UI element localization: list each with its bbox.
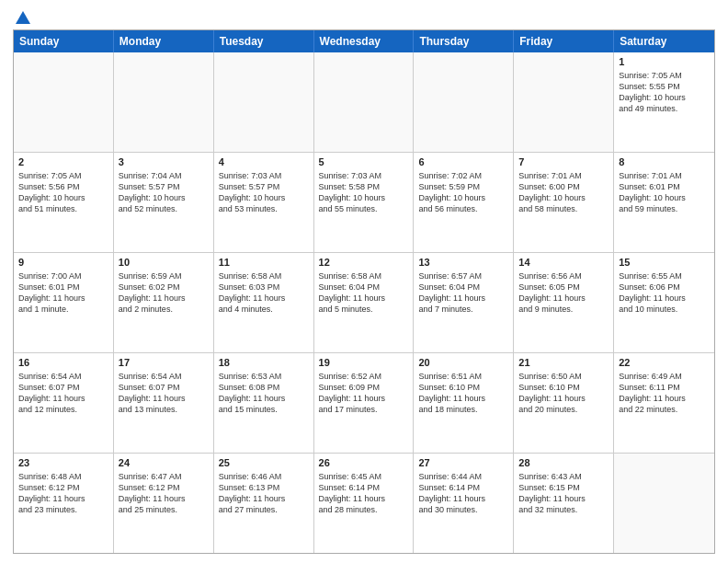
cell-info: Sunrise: 7:05 AM Sunset: 5:55 PM Dayligh… <box>619 70 710 115</box>
logo <box>13 9 31 24</box>
cell-info: Sunrise: 6:48 AM Sunset: 6:12 PM Dayligh… <box>18 471 108 516</box>
day-number: 9 <box>18 256 108 270</box>
day-number: 13 <box>418 256 508 270</box>
calendar-cell <box>514 52 614 152</box>
calendar-cell: 8Sunrise: 7:01 AM Sunset: 6:01 PM Daylig… <box>614 153 714 252</box>
cell-info: Sunrise: 7:00 AM Sunset: 6:01 PM Dayligh… <box>18 270 108 316</box>
cell-info: Sunrise: 6:57 AM Sunset: 6:04 PM Dayligh… <box>418 270 508 316</box>
cell-info: Sunrise: 6:58 AM Sunset: 6:04 PM Dayligh… <box>319 270 409 316</box>
cell-info: Sunrise: 7:01 AM Sunset: 6:00 PM Dayligh… <box>518 170 609 215</box>
cell-info: Sunrise: 7:04 AM Sunset: 5:57 PM Dayligh… <box>119 170 209 215</box>
calendar-cell: 22Sunrise: 6:49 AM Sunset: 6:11 PM Dayli… <box>614 353 714 453</box>
logo-triangle-icon <box>15 9 31 26</box>
day-number: 6 <box>418 155 508 169</box>
day-number: 14 <box>518 256 609 270</box>
day-number: 25 <box>219 456 309 470</box>
calendar-cell: 11Sunrise: 6:58 AM Sunset: 6:03 PM Dayli… <box>214 253 314 352</box>
cell-info: Sunrise: 7:02 AM Sunset: 5:59 PM Dayligh… <box>418 170 508 215</box>
cell-info: Sunrise: 6:54 AM Sunset: 6:07 PM Dayligh… <box>119 371 209 416</box>
calendar-cell: 3Sunrise: 7:04 AM Sunset: 5:57 PM Daylig… <box>114 153 214 252</box>
day-number: 26 <box>319 456 409 470</box>
calendar-cell: 14Sunrise: 6:56 AM Sunset: 6:05 PM Dayli… <box>514 253 614 352</box>
cell-info: Sunrise: 6:46 AM Sunset: 6:13 PM Dayligh… <box>219 471 309 516</box>
calendar-cell: 28Sunrise: 6:43 AM Sunset: 6:15 PM Dayli… <box>514 454 614 553</box>
svg-marker-0 <box>16 11 30 24</box>
calendar-cell <box>614 454 714 553</box>
cell-info: Sunrise: 6:53 AM Sunset: 6:08 PM Dayligh… <box>219 371 309 416</box>
calendar-row: 23Sunrise: 6:48 AM Sunset: 6:12 PM Dayli… <box>14 453 714 553</box>
cell-info: Sunrise: 6:47 AM Sunset: 6:12 PM Dayligh… <box>119 471 209 516</box>
day-number: 27 <box>418 456 508 470</box>
cell-info: Sunrise: 6:59 AM Sunset: 6:02 PM Dayligh… <box>119 270 209 316</box>
calendar-cell <box>214 52 314 152</box>
calendar-cell <box>114 52 214 152</box>
day-number: 16 <box>18 356 108 370</box>
day-number: 23 <box>18 456 108 470</box>
day-number: 3 <box>119 155 209 169</box>
header <box>13 9 715 24</box>
calendar-cell <box>314 52 415 152</box>
calendar-cell: 20Sunrise: 6:51 AM Sunset: 6:10 PM Dayli… <box>414 353 514 453</box>
cell-info: Sunrise: 6:44 AM Sunset: 6:14 PM Dayligh… <box>418 471 508 516</box>
calendar-row: 1Sunrise: 7:05 AM Sunset: 5:55 PM Daylig… <box>14 52 714 152</box>
cell-info: Sunrise: 7:05 AM Sunset: 5:56 PM Dayligh… <box>18 170 108 215</box>
weekday-header: Wednesday <box>314 30 415 52</box>
calendar-cell: 17Sunrise: 6:54 AM Sunset: 6:07 PM Dayli… <box>114 353 214 453</box>
calendar-cell: 2Sunrise: 7:05 AM Sunset: 5:56 PM Daylig… <box>14 153 114 252</box>
calendar-cell: 12Sunrise: 6:58 AM Sunset: 6:04 PM Dayli… <box>314 253 415 352</box>
calendar-cell: 15Sunrise: 6:55 AM Sunset: 6:06 PM Dayli… <box>614 253 714 352</box>
cell-info: Sunrise: 6:54 AM Sunset: 6:07 PM Dayligh… <box>18 371 108 416</box>
calendar-body: 1Sunrise: 7:05 AM Sunset: 5:55 PM Daylig… <box>14 52 714 553</box>
calendar-cell: 1Sunrise: 7:05 AM Sunset: 5:55 PM Daylig… <box>614 52 714 152</box>
day-number: 17 <box>119 356 209 370</box>
calendar-cell: 25Sunrise: 6:46 AM Sunset: 6:13 PM Dayli… <box>214 454 314 553</box>
page: SundayMondayTuesdayWednesdayThursdayFrid… <box>0 0 728 563</box>
day-number: 5 <box>319 155 409 169</box>
day-number: 11 <box>219 256 309 270</box>
calendar-cell: 23Sunrise: 6:48 AM Sunset: 6:12 PM Dayli… <box>14 454 114 553</box>
day-number: 10 <box>119 256 209 270</box>
day-number: 15 <box>619 256 710 270</box>
day-number: 22 <box>619 356 710 370</box>
calendar-cell: 9Sunrise: 7:00 AM Sunset: 6:01 PM Daylig… <box>14 253 114 352</box>
calendar-cell: 19Sunrise: 6:52 AM Sunset: 6:09 PM Dayli… <box>314 353 415 453</box>
weekday-header: Thursday <box>414 30 514 52</box>
day-number: 20 <box>418 356 508 370</box>
day-number: 19 <box>319 356 409 370</box>
calendar-cell: 6Sunrise: 7:02 AM Sunset: 5:59 PM Daylig… <box>414 153 514 252</box>
cell-info: Sunrise: 7:01 AM Sunset: 6:01 PM Dayligh… <box>619 170 710 215</box>
day-number: 28 <box>518 456 609 470</box>
cell-info: Sunrise: 7:03 AM Sunset: 5:57 PM Dayligh… <box>219 170 309 215</box>
day-number: 7 <box>518 155 609 169</box>
calendar-cell: 27Sunrise: 6:44 AM Sunset: 6:14 PM Dayli… <box>414 454 514 553</box>
day-number: 1 <box>619 55 710 69</box>
calendar-row: 16Sunrise: 6:54 AM Sunset: 6:07 PM Dayli… <box>14 352 714 453</box>
calendar-cell: 21Sunrise: 6:50 AM Sunset: 6:10 PM Dayli… <box>514 353 614 453</box>
cell-info: Sunrise: 6:55 AM Sunset: 6:06 PM Dayligh… <box>619 270 710 316</box>
cell-info: Sunrise: 6:58 AM Sunset: 6:03 PM Dayligh… <box>219 270 309 316</box>
cell-info: Sunrise: 6:45 AM Sunset: 6:14 PM Dayligh… <box>319 471 409 516</box>
weekday-header: Tuesday <box>214 30 314 52</box>
day-number: 12 <box>319 256 409 270</box>
calendar-cell: 16Sunrise: 6:54 AM Sunset: 6:07 PM Dayli… <box>14 353 114 453</box>
cell-info: Sunrise: 6:43 AM Sunset: 6:15 PM Dayligh… <box>518 471 609 516</box>
weekday-header: Friday <box>514 30 614 52</box>
calendar-cell: 13Sunrise: 6:57 AM Sunset: 6:04 PM Dayli… <box>414 253 514 352</box>
day-number: 8 <box>619 155 710 169</box>
calendar-cell: 24Sunrise: 6:47 AM Sunset: 6:12 PM Dayli… <box>114 454 214 553</box>
calendar-cell: 26Sunrise: 6:45 AM Sunset: 6:14 PM Dayli… <box>314 454 415 553</box>
calendar-cell <box>414 52 514 152</box>
cell-info: Sunrise: 6:50 AM Sunset: 6:10 PM Dayligh… <box>518 371 609 416</box>
day-number: 18 <box>219 356 309 370</box>
cell-info: Sunrise: 6:51 AM Sunset: 6:10 PM Dayligh… <box>418 371 508 416</box>
day-number: 2 <box>18 155 108 169</box>
calendar: SundayMondayTuesdayWednesdayThursdayFrid… <box>13 29 715 554</box>
cell-info: Sunrise: 6:52 AM Sunset: 6:09 PM Dayligh… <box>319 371 409 416</box>
weekday-header: Monday <box>114 30 214 52</box>
weekday-header: Saturday <box>614 30 714 52</box>
cell-info: Sunrise: 6:56 AM Sunset: 6:05 PM Dayligh… <box>518 270 609 316</box>
weekday-header: Sunday <box>14 30 114 52</box>
calendar-row: 2Sunrise: 7:05 AM Sunset: 5:56 PM Daylig… <box>14 152 714 252</box>
calendar-cell: 5Sunrise: 7:03 AM Sunset: 5:58 PM Daylig… <box>314 153 415 252</box>
calendar-cell: 10Sunrise: 6:59 AM Sunset: 6:02 PM Dayli… <box>114 253 214 352</box>
